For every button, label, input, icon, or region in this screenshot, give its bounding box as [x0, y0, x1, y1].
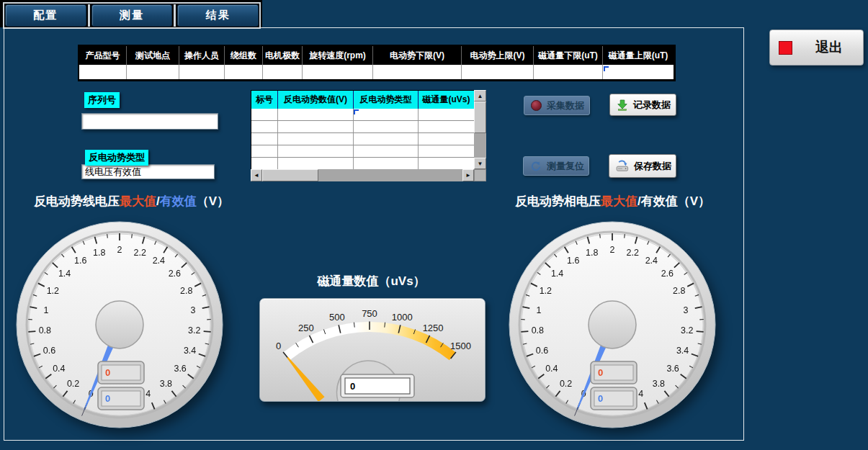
svg-text:1: 1: [44, 305, 49, 315]
config-cell[interactable]: [263, 65, 303, 79]
result-col-header: 反电动势类型: [354, 91, 419, 109]
svg-text:1.6: 1.6: [74, 256, 86, 266]
tab-2[interactable]: 测量: [91, 4, 173, 27]
config-cell[interactable]: [462, 65, 534, 79]
config-cell[interactable]: [179, 65, 225, 79]
config-cell[interactable]: [79, 65, 127, 79]
result-hscrollbar[interactable]: ◄ ►: [251, 169, 474, 181]
measure-reset-button[interactable]: 测量复位: [523, 156, 589, 176]
result-col-header: 磁通量(uVs): [419, 91, 475, 109]
serial-input[interactable]: [81, 113, 218, 130]
phase-voltage-gauge: 00.20.40.60.811.21.41.61.822.22.42.62.83…: [504, 213, 720, 438]
result-cell[interactable]: [278, 109, 354, 120]
config-table: 产品型号测试地点操作人员绕组数电机极数旋转速度(rpm)电动势下限(V)电动势上…: [78, 45, 676, 81]
config-cell[interactable]: [534, 65, 603, 79]
config-cell[interactable]: [127, 65, 179, 79]
config-col-header: 磁通量上限(uT): [603, 46, 674, 65]
result-cell[interactable]: [419, 133, 475, 145]
svg-text:1500: 1500: [450, 341, 471, 351]
gauge-title-part: 最大值: [120, 194, 156, 208]
svg-text:3.2: 3.2: [188, 325, 200, 336]
config-col-header: 电机极数: [263, 46, 303, 65]
result-vscrollbar[interactable]: ▲ ▼: [474, 90, 486, 169]
svg-text:4: 4: [638, 389, 643, 399]
gauge-title-part: 反电动势相电压: [515, 194, 601, 208]
svg-text:3.6: 3.6: [174, 364, 186, 374]
svg-text:0.2: 0.2: [560, 379, 572, 389]
save-data-label: 保存数据: [634, 160, 671, 173]
result-cell[interactable]: [354, 133, 419, 145]
scroll-up-icon[interactable]: ▲: [474, 90, 486, 102]
scroll-left-icon[interactable]: ◄: [251, 169, 262, 181]
emf-type-select[interactable]: [81, 164, 215, 179]
result-cell[interactable]: [419, 145, 475, 157]
result-cell[interactable]: [278, 158, 354, 169]
tab-1[interactable]: 配置: [5, 4, 86, 27]
svg-text:2: 2: [610, 245, 615, 255]
tab-3[interactable]: 结果: [177, 4, 259, 27]
result-cell[interactable]: [251, 133, 278, 145]
config-col-header: 绕组数: [225, 46, 263, 65]
result-cell[interactable]: [419, 109, 475, 120]
svg-text:1250: 1250: [423, 323, 444, 333]
measure-reset-label: 测量复位: [547, 160, 584, 173]
svg-text:0.8: 0.8: [39, 325, 51, 336]
svg-text:1.6: 1.6: [567, 256, 579, 266]
result-table-row: [251, 109, 475, 121]
result-cell[interactable]: [251, 158, 278, 169]
scroll-down-icon[interactable]: ▼: [474, 158, 486, 169]
result-cell[interactable]: [251, 145, 278, 157]
result-cell[interactable]: [278, 121, 354, 132]
cell-cursor-mark: [604, 66, 609, 71]
config-col-header: 测试地点: [127, 46, 179, 65]
record-dot-icon: [531, 100, 542, 111]
svg-text:3: 3: [191, 305, 196, 315]
result-cell[interactable]: [354, 109, 419, 120]
emf-type-label: 反电动势类型: [85, 150, 148, 166]
result-cell[interactable]: [354, 158, 419, 169]
config-cell[interactable]: [603, 65, 674, 79]
svg-text:3.8: 3.8: [653, 379, 665, 389]
svg-text:0.6: 0.6: [536, 346, 548, 356]
acquire-data-button[interactable]: 采集数据: [524, 96, 590, 115]
svg-text:2.2: 2.2: [627, 248, 639, 258]
result-cell[interactable]: [419, 158, 475, 169]
gauge-title-part: 最大值: [601, 194, 637, 208]
result-col-header: 反电动势数值(V): [278, 91, 354, 109]
result-cell[interactable]: [354, 145, 419, 157]
hscroll-thumb[interactable]: [262, 169, 318, 181]
result-cell[interactable]: [354, 121, 419, 132]
result-cell[interactable]: [278, 145, 354, 157]
svg-text:1.2: 1.2: [47, 286, 59, 296]
gauge-title-part: 反电动势线电压: [34, 194, 120, 208]
tab-bar: 配置测量结果: [3, 2, 261, 29]
svg-text:2.6: 2.6: [661, 269, 674, 279]
config-cell[interactable]: [225, 65, 263, 79]
config-cell[interactable]: [373, 65, 462, 79]
acquire-data-label: 采集数据: [547, 99, 584, 112]
gauge-title-part: /有效值（V）: [637, 194, 710, 208]
exit-button[interactable]: 退出: [769, 30, 864, 66]
svg-text:2.2: 2.2: [134, 248, 146, 258]
vscroll-thumb[interactable]: [474, 102, 486, 133]
flux-meter: 02505007501000125015000: [259, 298, 486, 402]
record-data-label: 记录数据: [633, 99, 671, 112]
record-data-button[interactable]: 记录数据: [609, 94, 676, 116]
scrollbar-corner: [474, 169, 486, 181]
svg-text:1.8: 1.8: [586, 248, 598, 258]
svg-text:250: 250: [298, 323, 314, 333]
scroll-right-icon[interactable]: ►: [462, 169, 474, 181]
save-data-button[interactable]: 保存数据: [609, 154, 676, 178]
result-cell[interactable]: [251, 121, 278, 132]
result-cell[interactable]: [251, 109, 278, 120]
config-cell[interactable]: [303, 65, 373, 79]
tab-divider: [88, 4, 90, 27]
svg-text:1000: 1000: [392, 312, 413, 323]
svg-text:0: 0: [276, 341, 281, 351]
result-cell[interactable]: [419, 121, 475, 132]
svg-text:500: 500: [329, 312, 345, 323]
svg-text:0.2: 0.2: [67, 379, 79, 389]
result-cell[interactable]: [278, 133, 354, 145]
svg-text:2: 2: [117, 245, 122, 255]
config-col-header: 操作人员: [179, 46, 225, 65]
